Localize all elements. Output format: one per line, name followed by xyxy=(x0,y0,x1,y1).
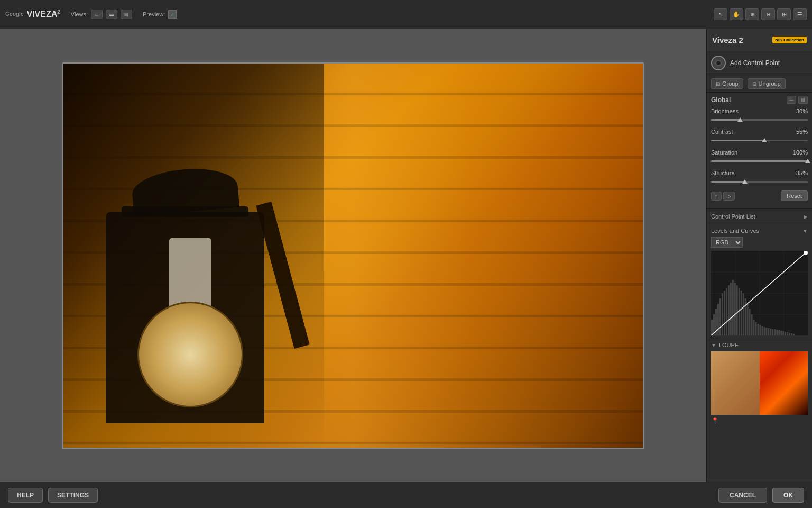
structure-track xyxy=(711,181,808,183)
global-option-button[interactable]: ▷ xyxy=(723,192,735,201)
saturation-track-container[interactable] xyxy=(711,157,808,165)
group-section: ⊞ Group ⊟ Ungroup xyxy=(707,75,812,93)
preview-checkbox[interactable]: ✓ xyxy=(168,10,177,19)
add-control-point-button[interactable] xyxy=(711,56,726,70)
brightness-fill xyxy=(711,119,740,121)
group-icon: ⊞ xyxy=(716,81,720,87)
views-label: Views: xyxy=(71,11,88,17)
app-name-text: VIVEZA xyxy=(26,10,57,19)
main-image xyxy=(63,64,643,448)
cancel-button[interactable]: CANCEL xyxy=(718,488,767,503)
contrast-track-container[interactable] xyxy=(711,137,808,144)
global-view-button[interactable]: ≡ xyxy=(711,192,722,201)
help-button[interactable]: HELP xyxy=(8,488,43,503)
hand-tool-button[interactable]: ✋ xyxy=(730,8,743,20)
svg-rect-27 xyxy=(753,320,755,335)
structure-track-container[interactable] xyxy=(711,178,808,185)
saturation-slider-row: Saturation 100% xyxy=(711,149,808,165)
loupe-preview xyxy=(711,351,808,415)
svg-rect-41 xyxy=(782,331,784,335)
toolbar-right: ↖ ✋ ⊕ ⊖ ⊞ ☰ xyxy=(714,8,807,20)
structure-label: Structure xyxy=(711,170,735,176)
nik-badge-text: NIK Collection xyxy=(775,38,804,42)
structure-slider-row: Structure 35% xyxy=(711,170,808,185)
svg-rect-23 xyxy=(745,298,746,335)
brightness-track-container[interactable] xyxy=(711,116,808,123)
fit-button[interactable]: ⊞ xyxy=(777,8,791,20)
svg-rect-17 xyxy=(732,280,734,335)
global-header: Global — ▤ xyxy=(711,96,808,104)
svg-rect-10 xyxy=(717,304,719,335)
loupe-collapse-arrow[interactable]: ▼ xyxy=(711,342,716,348)
ungroup-label: Ungroup xyxy=(759,80,781,87)
group-label: Group xyxy=(722,80,739,87)
saturation-value: 100% xyxy=(793,149,808,156)
svg-rect-37 xyxy=(774,329,776,335)
panel-header: Viveza 2 NIK Collection xyxy=(707,29,812,51)
group-button[interactable]: ⊞ Group xyxy=(711,78,743,89)
loupe-pin-icon[interactable]: 📍 xyxy=(711,417,719,424)
svg-rect-15 xyxy=(728,285,730,335)
control-point-list-section: Control Point List ▶ xyxy=(707,208,812,224)
brightness-label: Brightness xyxy=(711,108,739,114)
curves-svg xyxy=(711,251,808,335)
reset-button[interactable]: Reset xyxy=(781,190,808,201)
ungroup-icon: ⊟ xyxy=(752,81,756,87)
svg-rect-36 xyxy=(772,329,773,335)
zoom-out-button[interactable]: ⊖ xyxy=(761,8,775,20)
loupe-before-image xyxy=(711,351,760,415)
svg-rect-25 xyxy=(749,309,751,335)
brightness-label-row: Brightness 30% xyxy=(711,108,808,114)
global-expand-button[interactable]: ▤ xyxy=(798,96,808,104)
global-collapse-button[interactable]: — xyxy=(787,96,796,104)
add-control-section[interactable]: Add Control Point xyxy=(707,51,812,75)
saturation-fill xyxy=(711,160,808,162)
svg-rect-32 xyxy=(763,327,765,335)
reset-row: ≡ ▷ Reset xyxy=(711,190,808,201)
loupe-title: LOUPE xyxy=(719,342,739,348)
ok-button[interactable]: OK xyxy=(772,488,804,503)
settings-icon[interactable]: ☰ xyxy=(793,8,807,20)
settings-button[interactable]: SETTINGS xyxy=(48,488,98,503)
curves-canvas[interactable] xyxy=(711,251,808,335)
pointer-tool-button[interactable]: ↖ xyxy=(714,8,727,20)
control-point-list-arrow: ▶ xyxy=(804,214,808,220)
contrast-thumb[interactable] xyxy=(762,138,767,142)
contrast-value: 55% xyxy=(796,129,808,135)
topbar: Google VIVEZA2 Views: ▭ ▬ ▤ Preview: ✓ ↖… xyxy=(0,0,812,29)
bottom-bar: HELP SETTINGS CANCEL OK xyxy=(0,482,812,508)
view-split-button[interactable]: ▬ xyxy=(106,10,117,19)
brightness-value: 30% xyxy=(796,108,808,114)
panel-title: Viveza 2 xyxy=(712,35,743,44)
loupe-header: ▼ LOUPE xyxy=(711,342,808,348)
control-point-list-header[interactable]: Control Point List ▶ xyxy=(711,212,808,221)
view-compare-button[interactable]: ▤ xyxy=(121,10,132,19)
main-area: Viveza 2 NIK Collection Add Control Poin… xyxy=(0,29,812,482)
curves-title: Levels and Curves xyxy=(711,228,759,234)
contrast-track xyxy=(711,140,808,141)
svg-rect-38 xyxy=(776,330,778,335)
svg-rect-28 xyxy=(755,322,757,335)
structure-fill xyxy=(711,181,745,183)
control-point-inner xyxy=(716,60,721,66)
structure-value: 35% xyxy=(796,170,808,176)
svg-rect-30 xyxy=(760,325,761,335)
svg-rect-43 xyxy=(787,332,788,335)
svg-rect-29 xyxy=(758,324,759,335)
loupe-footer: 📍 xyxy=(711,415,808,427)
global-section: Global — ▤ Brightness 30% xyxy=(707,93,812,208)
curves-arrow[interactable]: ▼ xyxy=(802,228,808,234)
zoom-in-button[interactable]: ⊕ xyxy=(745,8,759,20)
ungroup-button[interactable]: ⊟ Ungroup xyxy=(748,78,786,89)
saturation-thumb[interactable] xyxy=(805,159,810,163)
loupe-after-image xyxy=(760,351,808,415)
svg-rect-45 xyxy=(791,333,792,335)
rgb-channel-select[interactable]: RGB xyxy=(711,237,743,248)
view-single-button[interactable]: ▭ xyxy=(91,10,103,19)
svg-rect-16 xyxy=(730,283,732,335)
saturation-label-row: Saturation 100% xyxy=(711,149,808,156)
brightness-thumb[interactable] xyxy=(737,117,743,122)
svg-rect-13 xyxy=(724,291,725,335)
nik-badge: NIK Collection xyxy=(772,37,807,43)
structure-thumb[interactable] xyxy=(742,179,748,184)
